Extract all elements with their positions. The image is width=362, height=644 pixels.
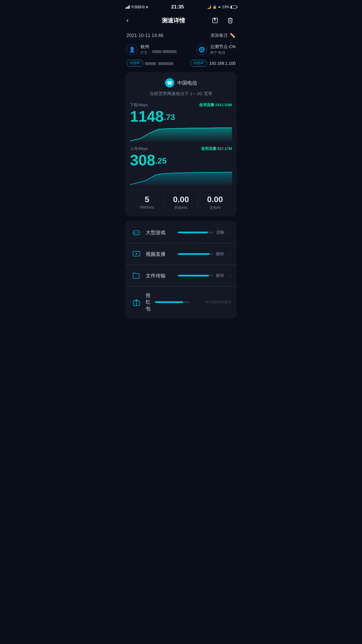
carrier-label: 中国移动 bbox=[131, 5, 145, 10]
perf-item-filetransfer[interactable]: 文件传输 极快 › bbox=[125, 265, 237, 286]
location-row: 👤 钦州 经度： 🌐 云测节点-CN 南宁-电信 bbox=[125, 43, 237, 57]
streaming-bar-track bbox=[178, 253, 213, 255]
performance-card: 大型游戏 流畅 › 视频直播 极快 bbox=[125, 221, 237, 318]
internal-ip-tag: 内部IP bbox=[190, 60, 207, 66]
node-name: 云测节点-CN bbox=[210, 44, 236, 50]
perf-item-streaming[interactable]: 视频直播 极快 › bbox=[125, 244, 237, 265]
nav-actions bbox=[210, 15, 236, 26]
user-icon: 👤 bbox=[126, 44, 138, 55]
streaming-chevron: › bbox=[229, 251, 231, 257]
status-right: 🌙 🔒 ➤ 23% bbox=[207, 5, 237, 9]
share-icon bbox=[212, 17, 218, 24]
filetransfer-chevron: › bbox=[229, 273, 231, 278]
gift-icon bbox=[131, 297, 142, 307]
moon-icon: 🌙 bbox=[207, 5, 211, 9]
ping-row: 5 PING/ms 0.00 抖动/ms 0.00 丢包/% bbox=[130, 190, 232, 210]
location-info: 钦州 经度： bbox=[140, 44, 177, 55]
upload-speed-decimal: .25 bbox=[155, 155, 167, 168]
download-chart-svg bbox=[130, 124, 232, 141]
signal-icon bbox=[125, 5, 130, 9]
external-ip-tag: 外部IP bbox=[126, 60, 143, 66]
redpacket-bar-track bbox=[155, 301, 190, 303]
ip-row: 外部IP 内部IP 192.168.1.100 bbox=[125, 57, 237, 71]
status-bar: 中国移动 ▾ 21:35 🌙 🔒 ➤ 23% bbox=[121, 0, 241, 13]
location-detail: 经度： bbox=[140, 50, 177, 55]
download-usage: 使用流量 1911.53M bbox=[199, 102, 232, 108]
share-button[interactable] bbox=[210, 15, 220, 26]
ping-item: 5 PING/ms bbox=[130, 195, 164, 210]
filetransfer-bar-track bbox=[178, 275, 213, 276]
filetransfer-rating: 极快 bbox=[216, 273, 224, 278]
folder-icon bbox=[131, 270, 142, 281]
jitter-label: 抖动/ms bbox=[164, 205, 198, 210]
speed-description: 当前宽带网速相当于 1～2G 宽带 bbox=[130, 91, 232, 97]
download-value-row: 1148 .73 bbox=[130, 109, 232, 124]
download-speed-int: 1148 bbox=[130, 109, 164, 124]
packet-loss-label: 丢包/% bbox=[198, 205, 232, 210]
status-time: 21:35 bbox=[171, 4, 184, 10]
gaming-chevron: › bbox=[229, 230, 231, 235]
isp-name: 中国电信 bbox=[177, 80, 197, 86]
download-speed-decimal: .73 bbox=[164, 111, 175, 124]
add-note-button[interactable]: 添加备注 ✏️ bbox=[210, 33, 236, 38]
redpacket-bar-area bbox=[155, 301, 201, 303]
user-location: 👤 钦州 经度： bbox=[126, 44, 177, 55]
upload-section: 上传/Mbps 使用流量 527.17M 308 .25 bbox=[130, 146, 232, 185]
ping-value: 5 bbox=[130, 195, 164, 204]
add-note-label: 添加备注 bbox=[210, 33, 228, 38]
page-title: 测速详情 bbox=[162, 17, 185, 24]
battery-percent: 23% bbox=[222, 5, 229, 9]
download-usage-value: 1911.53M bbox=[215, 103, 232, 107]
upload-chart-svg bbox=[130, 168, 232, 185]
trash-icon bbox=[227, 17, 233, 24]
internal-ip-section: 内部IP 192.168.1.100 bbox=[190, 60, 236, 66]
upload-usage-value: 527.17M bbox=[217, 146, 232, 151]
internal-ip-value: 192.168.1.100 bbox=[209, 61, 236, 66]
date-row: 2021-10-11 14:46 添加备注 ✏️ bbox=[125, 30, 237, 43]
upload-usage: 使用流量 527.17M bbox=[201, 146, 232, 151]
upload-label: 上传/Mbps bbox=[130, 146, 148, 151]
test-datetime: 2021-10-11 14:46 bbox=[126, 33, 163, 38]
delete-button[interactable] bbox=[225, 15, 236, 26]
download-section: 下载/Mbps 使用流量 1911.53M 1148 .73 bbox=[130, 102, 232, 141]
speed-card: ☎ 中国电信 当前宽带网速相当于 1～2G 宽带 下载/Mbps 使用流量 19… bbox=[125, 72, 237, 216]
gaming-label: 大型游戏 bbox=[146, 229, 174, 236]
perf-item-gaming[interactable]: 大型游戏 流畅 › bbox=[125, 222, 237, 243]
streaming-bar-area: 极快 bbox=[178, 251, 224, 257]
filetransfer-bar-fill bbox=[178, 275, 209, 276]
streaming-rating: 极快 bbox=[216, 251, 224, 257]
node-info: 云测节点-CN 南宁-电信 bbox=[210, 44, 236, 55]
perf-item-redpacket[interactable]: 抢红包 知乎极快情的蒙叔 bbox=[125, 287, 237, 317]
globe-icon: 🌐 bbox=[196, 44, 207, 55]
redpacket-bar-fill bbox=[155, 301, 183, 303]
ping-label: PING/ms bbox=[130, 205, 164, 209]
location-icon-status: ➤ bbox=[218, 5, 221, 9]
jitter-value: 0.00 bbox=[164, 195, 198, 204]
streaming-label: 视频直播 bbox=[146, 251, 174, 258]
external-ip-value bbox=[145, 61, 173, 65]
packet-loss-value: 0.00 bbox=[198, 195, 232, 204]
upload-chart bbox=[130, 168, 232, 185]
city-name: 钦州 bbox=[140, 44, 177, 50]
filetransfer-label: 文件传输 bbox=[146, 272, 174, 279]
longitude-blurred2 bbox=[163, 50, 177, 53]
jitter-item: 0.00 抖动/ms bbox=[164, 195, 198, 210]
nav-header: ‹ 测速详情 bbox=[121, 13, 241, 30]
back-button[interactable]: ‹ bbox=[126, 17, 137, 24]
download-chart bbox=[130, 124, 232, 141]
packet-loss-item: 0.00 丢包/% bbox=[198, 195, 232, 210]
svg-point-10 bbox=[138, 233, 138, 233]
main-content: 2021-10-11 14:46 添加备注 ✏️ 👤 钦州 经度： 🌐 云测节点… bbox=[121, 30, 241, 318]
node-location: 🌐 云测节点-CN 南宁-电信 bbox=[196, 44, 236, 55]
gaming-bar-area: 流畅 bbox=[178, 230, 224, 235]
battery-icon bbox=[230, 6, 237, 9]
external-ip-section: 外部IP bbox=[126, 60, 173, 66]
svg-marker-12 bbox=[136, 253, 138, 255]
status-left: 中国移动 ▾ bbox=[125, 5, 148, 10]
telecom-icon: ☎ bbox=[165, 78, 174, 88]
gaming-rating: 流畅 bbox=[216, 230, 224, 235]
watermark: 知乎极快情的蒙叔 bbox=[205, 300, 231, 304]
node-detail: 南宁-电信 bbox=[210, 50, 236, 55]
download-label: 下载/Mbps bbox=[130, 102, 148, 108]
upload-speed-int: 308 bbox=[130, 153, 155, 168]
